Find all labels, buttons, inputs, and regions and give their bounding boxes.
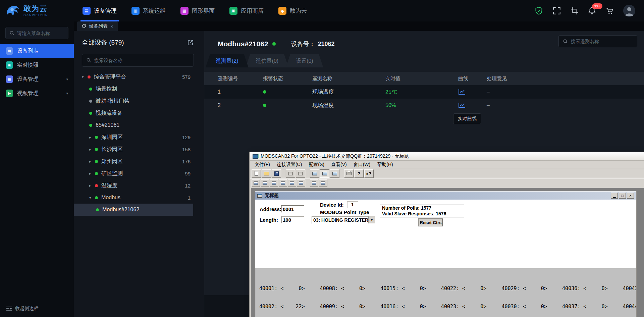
- menu-setup[interactable]: 配置(S): [305, 161, 328, 169]
- close-icon[interactable]: ×: [110, 23, 113, 29]
- collapse-sidebar-button[interactable]: 收起侧边栏: [6, 306, 39, 312]
- chevron-right-icon[interactable]: ▸: [89, 159, 95, 164]
- tree-node-video-stream[interactable]: 视频流设备: [74, 107, 204, 119]
- connect-button[interactable]: [286, 169, 295, 178]
- nav-item-app-store[interactable]: ▣ 应用商店: [222, 0, 271, 21]
- nav-item-ganweiyun[interactable]: ◆ 敢为云: [271, 0, 314, 21]
- format-button-5[interactable]: [288, 179, 296, 187]
- about-button[interactable]: ?: [354, 169, 364, 178]
- tree-search[interactable]: [82, 54, 194, 67]
- save-button[interactable]: [272, 169, 281, 178]
- menu-help[interactable]: 帮助(H): [374, 161, 396, 169]
- tree-node-65-21061[interactable]: 65#21061: [74, 119, 204, 131]
- tree-node-mining[interactable]: ▸ 矿区监测 99: [74, 167, 204, 179]
- tree-node-access-control[interactable]: 微耕-微根门禁: [74, 95, 204, 107]
- tab-telemetry[interactable]: 遥测量(2): [206, 54, 249, 67]
- doc-tab-device-list[interactable]: 设备列表 ×: [77, 21, 118, 31]
- curve-chart-icon[interactable]: [458, 102, 487, 108]
- telemetry-search[interactable]: [558, 35, 637, 47]
- format-button-8[interactable]: [319, 179, 327, 187]
- security-shield-icon[interactable]: [534, 6, 543, 15]
- format-button-3[interactable]: [270, 179, 278, 187]
- refresh-icon[interactable]: [82, 24, 86, 29]
- status-dot-green: [89, 88, 92, 91]
- tree-node-label: 矿区监测: [101, 170, 123, 177]
- view-setup-button[interactable]: [330, 169, 339, 178]
- dropdown-arrow-icon[interactable]: ▼: [368, 216, 375, 223]
- chevron-down-icon[interactable]: ▾: [82, 75, 88, 79]
- sidebar-item-snapshot[interactable]: ▣ 实时快照: [0, 58, 74, 72]
- chevron-right-icon[interactable]: ▸: [89, 135, 95, 140]
- user-avatar[interactable]: [623, 5, 635, 17]
- fullscreen-icon[interactable]: [552, 6, 561, 15]
- device-grid-icon: ▦: [6, 75, 13, 83]
- tree-node-changsha[interactable]: ▸ 长沙园区 158: [74, 143, 204, 155]
- new-file-button[interactable]: [252, 169, 261, 178]
- format-button-6[interactable]: [297, 179, 305, 187]
- modscan-title: MODSCAN32 For OPTO22 - 工控技术交流QQ群：2071492…: [261, 153, 409, 159]
- format-button-2[interactable]: [261, 179, 269, 187]
- point-type-select[interactable]: 03: HOLDING REGISTER ▼: [312, 216, 375, 224]
- minimize-icon[interactable]: ▁: [611, 193, 618, 199]
- nav-item-system-ops[interactable]: ▥ 系统运维: [124, 0, 173, 21]
- telemetry-search-input[interactable]: [571, 39, 633, 44]
- table-row-temperature: 1 现场温度 25℃ –: [204, 85, 644, 99]
- nav-item-graphic-ui[interactable]: ▩ 图形界面: [173, 0, 222, 21]
- format-button-7[interactable]: [310, 179, 318, 187]
- tab-signals[interactable]: 遥信量(0): [246, 54, 289, 67]
- reset-counters-button[interactable]: Reset Ctrs: [419, 219, 443, 226]
- sidebar-item-device-list[interactable]: ▤ 设备列表: [0, 44, 74, 58]
- brand-subtitle: GANWEIYUN: [23, 13, 48, 17]
- cart-icon[interactable]: [605, 6, 614, 15]
- sidebar-item-video-management[interactable]: ▶ 视频管理 ▾: [0, 86, 74, 100]
- menu-view[interactable]: 查看(V): [328, 161, 350, 169]
- chevron-down-icon: ▾: [66, 77, 68, 82]
- address-input[interactable]: [281, 205, 304, 213]
- doc-tab-label: 设备列表: [89, 23, 108, 29]
- menu-file[interactable]: 文件(F): [251, 161, 273, 169]
- view-data-button[interactable]: [310, 169, 319, 178]
- tree-node-scene-control[interactable]: 场景控制: [74, 83, 204, 95]
- sidebar-item-label: 设备列表: [17, 48, 39, 55]
- menu-window[interactable]: 窗口(W): [350, 161, 374, 169]
- device-list-icon: ▤: [6, 47, 13, 55]
- menu-connection[interactable]: 连接设置(C): [273, 161, 305, 169]
- status-dot-green: [89, 112, 92, 115]
- open-external-icon[interactable]: [187, 39, 194, 46]
- screenshot-crop-icon[interactable]: [570, 7, 579, 15]
- sidebar-search-input[interactable]: [17, 31, 64, 36]
- device-id-input[interactable]: [347, 201, 358, 208]
- format-button-4[interactable]: [279, 179, 287, 187]
- tree-node-shenzhen[interactable]: ▸ 深圳园区 129: [74, 131, 204, 143]
- chevron-down-icon[interactable]: ▾: [89, 196, 95, 200]
- tree-node-modbus-21062[interactable]: Modbus#21062: [74, 204, 193, 216]
- nav-item-device-management[interactable]: ▤ 设备管理: [75, 0, 124, 21]
- maximize-icon[interactable]: □: [619, 193, 626, 199]
- document-titlebar[interactable]: 无标题 ▁ □ ×: [255, 192, 636, 200]
- modscan-window: MODSCAN32 For OPTO22 - 工控技术交流QQ群：2071492…: [250, 152, 644, 317]
- open-file-button[interactable]: [262, 169, 271, 178]
- length-input[interactable]: [281, 216, 304, 223]
- tree-search-input[interactable]: [94, 58, 190, 63]
- chevron-right-icon[interactable]: ▸: [89, 147, 95, 152]
- register-data-area[interactable]: 40001: < 0> 40008: < 0> 40015: < 0> 4002…: [255, 268, 636, 317]
- chevron-right-icon[interactable]: ▸: [89, 183, 95, 188]
- context-help-button[interactable]: ▸?: [364, 169, 374, 178]
- tab-settings[interactable]: 设置(0): [286, 54, 323, 67]
- modscan-titlebar[interactable]: MODSCAN32 For OPTO22 - 工控技术交流QQ群：2071492…: [250, 152, 644, 161]
- print-button[interactable]: [344, 169, 354, 178]
- tree-node-platform[interactable]: ▾ 综合管理平台 579: [74, 71, 204, 83]
- tree-node-zhengzhou[interactable]: ▸ 郑州园区 176: [74, 155, 204, 167]
- notifications-bell-icon[interactable]: 99+: [588, 6, 596, 15]
- sidebar-item-device-management[interactable]: ▦ 设备管理 ▾: [0, 72, 74, 86]
- tree-node-modbus[interactable]: ▾ Modbus 1: [74, 192, 204, 204]
- chevron-right-icon[interactable]: ▸: [89, 171, 95, 176]
- disconnect-button[interactable]: [296, 169, 305, 178]
- sidebar-search[interactable]: [5, 27, 68, 39]
- tree-node-temp-humidity[interactable]: ▸ 温湿度 12: [74, 179, 204, 192]
- device-online-dot: [272, 42, 276, 46]
- close-icon[interactable]: ×: [627, 193, 634, 199]
- view-grid-button[interactable]: [320, 169, 329, 178]
- format-button-1[interactable]: [252, 179, 260, 187]
- curve-chart-icon[interactable]: [458, 89, 487, 95]
